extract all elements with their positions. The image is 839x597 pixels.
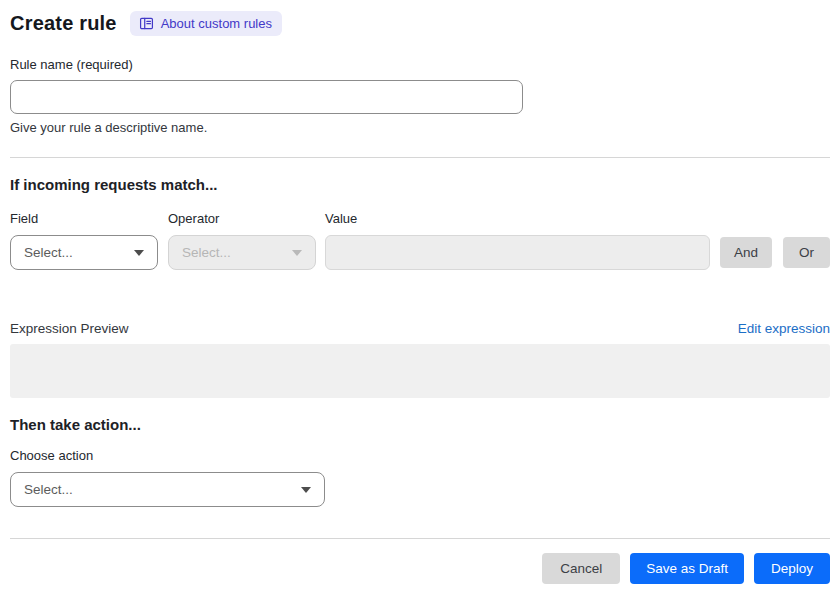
choose-action-select[interactable]: Select...: [10, 472, 325, 507]
expression-preview-label: Expression Preview: [10, 321, 129, 336]
action-section-heading: Then take action...: [10, 416, 830, 433]
match-section-heading: If incoming requests match...: [10, 176, 830, 193]
cancel-button[interactable]: Cancel: [542, 553, 620, 584]
field-select[interactable]: Select...: [10, 235, 158, 270]
deploy-button[interactable]: Deploy: [754, 553, 830, 584]
expression-preview-box: [10, 344, 830, 398]
section-divider-top: [10, 157, 830, 158]
choose-action-select-value: Select...: [24, 482, 73, 497]
footer-actions: Cancel Save as Draft Deploy: [10, 553, 830, 584]
about-custom-rules-link[interactable]: About custom rules: [130, 11, 282, 36]
value-label: Value: [325, 211, 830, 226]
save-as-draft-button[interactable]: Save as Draft: [630, 553, 744, 584]
field-label: Field: [10, 211, 158, 226]
or-button[interactable]: Or: [783, 237, 830, 268]
chevron-down-icon: [134, 250, 144, 256]
value-input: [325, 235, 710, 270]
value-field-wrap: [325, 235, 710, 270]
operator-label: Operator: [168, 211, 316, 226]
edit-expression-link[interactable]: Edit expression: [738, 321, 830, 336]
choose-action-label: Choose action: [10, 448, 830, 463]
book-icon: [139, 16, 154, 31]
expression-preview-row: Expression Preview Edit expression: [10, 321, 830, 336]
rule-name-input[interactable]: [10, 80, 523, 114]
section-divider-bottom: [10, 538, 830, 539]
rule-name-helper: Give your rule a descriptive name.: [10, 120, 830, 135]
field-select-value: Select...: [24, 245, 73, 260]
rule-name-label: Rule name (required): [10, 57, 830, 72]
operator-select-value: Select...: [182, 245, 231, 260]
chevron-down-icon: [301, 487, 311, 493]
match-labels-row: Field Operator Value: [10, 211, 830, 226]
match-controls-row: Select... Select... And Or: [10, 235, 830, 270]
and-button[interactable]: And: [720, 237, 772, 268]
page-title: Create rule: [10, 12, 117, 35]
operator-select: Select...: [168, 235, 316, 270]
page-header: Create rule About custom rules: [10, 10, 830, 37]
about-custom-rules-label: About custom rules: [161, 17, 272, 30]
chevron-down-icon: [292, 250, 302, 256]
create-rule-page: Create rule About custom rules Rule name…: [0, 0, 839, 584]
